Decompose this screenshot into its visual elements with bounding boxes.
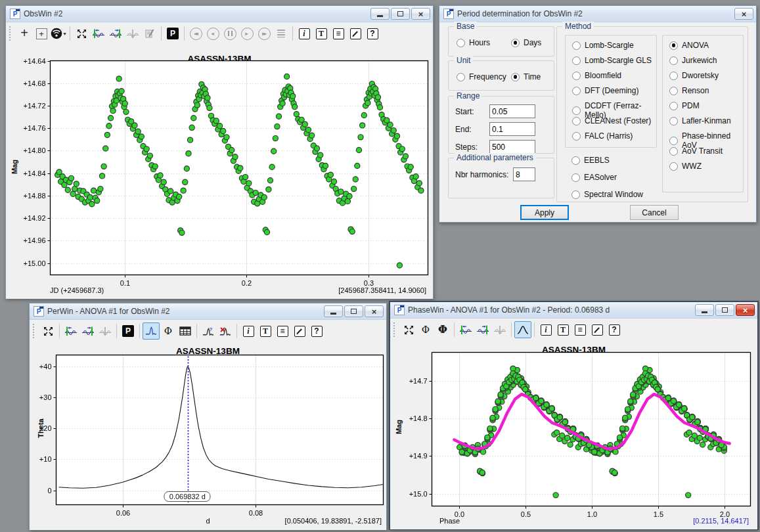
- fit-view-button[interactable]: [73, 25, 90, 42]
- method-radio[interactable]: FALC (Harris): [572, 131, 633, 141]
- base-hours-radio[interactable]: Hours: [457, 38, 490, 47]
- expand-arrows-icon: [77, 29, 87, 39]
- phase-binning-button[interactable]: Φ: [434, 321, 451, 338]
- perwin-titlebar[interactable]: P PerWin - ANOVA #1 for ObsWin #2 ×: [30, 303, 386, 320]
- properties-button[interactable]: ≡: [274, 322, 291, 340]
- nbr-harmonics-input[interactable]: [513, 167, 535, 181]
- obswin-titlebar[interactable]: P ObsWin #2 ×: [6, 6, 433, 22]
- info-button[interactable]: i: [296, 25, 313, 42]
- start-input[interactable]: [489, 104, 535, 118]
- phase-window-button[interactable]: Φ: [160, 322, 177, 340]
- set-right-boundary-button[interactable]: [107, 25, 124, 42]
- toolbar-grip[interactable]: [33, 324, 36, 338]
- edit-annotations-button[interactable]: [347, 25, 364, 42]
- method-radio[interactable]: DFT (Deeming): [572, 86, 638, 95]
- minimize-button[interactable]: [695, 304, 714, 316]
- period-determination-button[interactable]: P: [120, 322, 137, 340]
- method-radio[interactable]: ANOVA: [669, 41, 709, 50]
- maximize-button[interactable]: [391, 8, 410, 20]
- help-button[interactable]: ?: [308, 322, 325, 340]
- method-radio[interactable]: Renson: [669, 86, 709, 95]
- maximize-button[interactable]: [344, 305, 363, 317]
- set-left-boundary-button[interactable]: [457, 321, 474, 338]
- toolbar-separator: [116, 324, 117, 338]
- radio-icon: [669, 162, 678, 171]
- add-text-label-button[interactable]: T: [313, 25, 330, 42]
- periodogram-view-button[interactable]: [143, 322, 160, 340]
- add-text-label-button[interactable]: T: [554, 321, 571, 338]
- delete-periodogram-button[interactable]: [217, 322, 234, 340]
- phasewin-titlebar[interactable]: P PhaseWin - ANOVA #1 for ObsWin #2 - Pe…: [390, 302, 757, 319]
- range-field-row: Steps:: [455, 140, 535, 154]
- set-left-boundary-button[interactable]: [62, 322, 79, 340]
- minimize-button[interactable]: [324, 305, 343, 317]
- fit-view-button[interactable]: [39, 322, 56, 340]
- svg-text:?: ?: [210, 326, 213, 332]
- unit-frequency-radio[interactable]: Frequency: [457, 72, 506, 81]
- method-radio[interactable]: CLEANest (Foster): [572, 116, 651, 125]
- zoom-box-mode-button[interactable]: +: [33, 25, 50, 42]
- edit-annotations-button[interactable]: [589, 321, 606, 338]
- apply-button[interactable]: Apply: [520, 205, 569, 220]
- minimize-button[interactable]: [370, 8, 390, 20]
- cancel-button[interactable]: Cancel: [630, 205, 679, 220]
- fit-view-button[interactable]: [400, 321, 417, 338]
- method-radio[interactable]: Dworetsky: [669, 71, 719, 80]
- close-button[interactable]: ×: [365, 305, 384, 317]
- properties-button[interactable]: ≡: [571, 321, 589, 338]
- pencil-icon: [294, 326, 305, 337]
- crosshair-mode-button[interactable]: +: [16, 25, 33, 42]
- method-radio[interactable]: WWZ: [669, 162, 702, 171]
- radio-icon: [669, 56, 678, 65]
- set-right-boundary-button[interactable]: [474, 321, 491, 338]
- end-input[interactable]: [489, 122, 535, 136]
- set-right-boundary-button[interactable]: [79, 322, 97, 340]
- base-days-radio[interactable]: Days: [511, 38, 541, 47]
- perwin-plot-canvas[interactable]: [30, 342, 386, 530]
- phasewin-plot-canvas[interactable]: [390, 341, 757, 529]
- period-table-button[interactable]: [177, 322, 194, 340]
- method-radio[interactable]: Spectral Window: [571, 190, 643, 199]
- toolbar-grip[interactable]: [9, 26, 12, 41]
- close-button[interactable]: ×: [736, 304, 755, 316]
- edit-annotations-button[interactable]: [291, 322, 308, 340]
- close-icon: ×: [743, 306, 748, 315]
- delete-periodogram-icon: [219, 326, 231, 336]
- method-radio[interactable]: EEBLS: [571, 156, 610, 165]
- radio-label: EASolver: [584, 173, 617, 182]
- help-button[interactable]: ?: [364, 25, 381, 42]
- method-radio[interactable]: EASolver: [571, 173, 617, 182]
- info-button[interactable]: i: [240, 322, 257, 340]
- reset-boundaries-icon: [493, 324, 506, 335]
- properties-button[interactable]: ≡: [330, 25, 347, 42]
- phase-settings-button[interactable]: Φ: [417, 321, 434, 338]
- live-data-button[interactable]: ▾: [50, 25, 67, 42]
- info-button[interactable]: i: [537, 321, 554, 338]
- set-left-boundary-button[interactable]: [90, 25, 107, 42]
- method-group-label: Method: [562, 22, 594, 31]
- last-frame-icon: ▸▸: [258, 28, 271, 40]
- close-button[interactable]: ×: [411, 8, 430, 20]
- method-radio[interactable]: Lomb-Scargle: [572, 41, 634, 50]
- unit-time-radio[interactable]: Time: [511, 72, 541, 81]
- maximize-button[interactable]: [715, 304, 734, 316]
- method-radio[interactable]: Lomb-Scargle GLS: [572, 56, 652, 65]
- method-radio[interactable]: Jurkewich: [669, 56, 717, 65]
- help-button[interactable]: ?: [606, 321, 623, 338]
- method-radio[interactable]: Lafler-Kinman: [669, 116, 731, 125]
- obswin-plot-canvas[interactable]: [6, 45, 433, 299]
- close-button[interactable]: ×: [734, 8, 753, 20]
- method-radio[interactable]: AoV Transit: [669, 146, 723, 156]
- add-text-label-button[interactable]: T: [257, 322, 274, 340]
- toolbar-grip[interactable]: [393, 322, 397, 337]
- steps-input[interactable]: [489, 140, 535, 154]
- significance-analysis-button[interactable]: ?: [200, 322, 217, 340]
- range-group-label: Range: [454, 91, 482, 100]
- mean-light-curve-button[interactable]: [514, 321, 531, 338]
- method-radio[interactable]: Bloomfield: [572, 71, 621, 80]
- reset-boundaries-button: [124, 25, 141, 42]
- dialog-titlebar[interactable]: P Period determination for ObsWin #2 ×: [439, 6, 756, 22]
- method-radio[interactable]: PDM: [669, 101, 700, 110]
- text-label-icon: T: [316, 28, 327, 39]
- period-determination-button[interactable]: P: [164, 25, 181, 42]
